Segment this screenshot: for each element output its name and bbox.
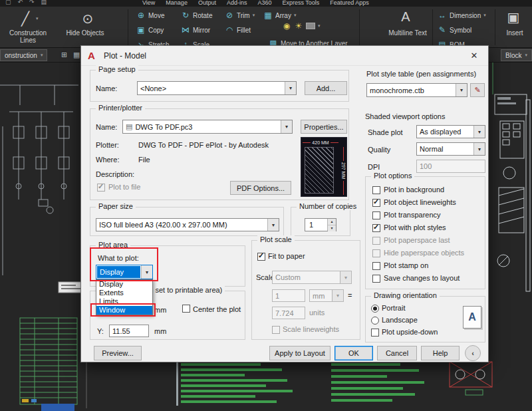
edit-plot-style-button[interactable]: ✎ bbox=[470, 83, 485, 97]
plot-transparency-checkbox[interactable] bbox=[372, 211, 380, 219]
dropdown-arrow-icon bbox=[332, 290, 343, 301]
copies-value[interactable]: 1 bbox=[305, 219, 327, 231]
spin-down-icon[interactable]: ▾ bbox=[328, 225, 336, 231]
help-button[interactable]: Help bbox=[421, 346, 460, 360]
dropdown-arrow-icon[interactable] bbox=[456, 84, 467, 96]
plot-style-combo[interactable]: monochrome.ctb bbox=[366, 83, 467, 97]
hide-paperspace-objects-checkbox[interactable] bbox=[372, 249, 380, 257]
ribbon-mirror-button[interactable]: ⋈ Mirror bbox=[181, 25, 210, 35]
plot-object-lineweights-checkbox[interactable] bbox=[372, 199, 380, 207]
insert-label[interactable]: Insert bbox=[500, 29, 529, 37]
menu-view[interactable]: View bbox=[142, 0, 155, 6]
ribbon-rotate-button[interactable]: ↻ Rotate bbox=[181, 11, 212, 20]
tool-icon-2[interactable]: ▦ bbox=[73, 51, 80, 59]
hide-objects-button[interactable]: ⊙ bbox=[80, 11, 96, 27]
ribbon-trim-button[interactable]: ⊘ Trim ▾ bbox=[225, 11, 255, 20]
layer-lights-group[interactable]: ◉ ☀ ▾ bbox=[282, 21, 321, 31]
new-icon[interactable]: ▢ bbox=[5, 0, 11, 5]
drawing-orientation-group: Drawing orientation Portrait Landscape P… bbox=[365, 296, 485, 342]
spin-up-icon[interactable]: ▴ bbox=[328, 219, 336, 225]
dropdown-arrow-icon[interactable] bbox=[473, 126, 485, 138]
preview-button[interactable]: Preview... bbox=[94, 346, 142, 360]
printer-group: Printer/plotter Name: ▤DWG To PDF.pc3 Pr… bbox=[90, 108, 349, 200]
copies-spin-buttons[interactable]: ▴ ▾ bbox=[327, 219, 336, 231]
panel-block[interactable]: Block ▾ bbox=[501, 49, 532, 61]
portrait-radio[interactable] bbox=[371, 305, 379, 313]
dropdown-option-limits[interactable]: Limits bbox=[96, 297, 152, 306]
plot-in-background-checkbox[interactable] bbox=[372, 186, 380, 194]
dialog-titlebar[interactable]: A Plot - Model ✕ bbox=[81, 46, 488, 66]
close-icon[interactable]: ✕ bbox=[466, 46, 483, 66]
dropdown-arrow-icon[interactable] bbox=[285, 82, 296, 94]
plot-upside-down-checkbox[interactable] bbox=[371, 329, 379, 337]
lightbulb-icon[interactable]: ◉ bbox=[282, 21, 291, 31]
panel-construction[interactable]: onstruction ▾ bbox=[0, 49, 47, 61]
what-to-plot-combo[interactable]: Display bbox=[96, 265, 153, 279]
page-setup-name-combo[interactable]: <None> bbox=[137, 81, 297, 95]
insert-button[interactable]: ▣ bbox=[505, 9, 521, 25]
less-options-chevron-button[interactable]: ‹ bbox=[465, 345, 481, 361]
menu-featured-apps[interactable]: Featured Apps bbox=[330, 0, 369, 6]
menu-output[interactable]: Output bbox=[198, 0, 216, 6]
undo-icon[interactable]: ↶ bbox=[18, 0, 23, 5]
print-icon[interactable]: ▤ bbox=[41, 0, 47, 5]
plot-with-plot-styles-checkbox[interactable] bbox=[372, 224, 380, 232]
color-swatch[interactable] bbox=[306, 23, 315, 29]
ok-button[interactable]: OK bbox=[334, 346, 373, 360]
landscape-radio[interactable] bbox=[371, 317, 379, 325]
plot-stamp-on-checkbox[interactable] bbox=[372, 262, 380, 270]
quality-combo[interactable]: Normal bbox=[416, 142, 485, 156]
apply-to-layout-button[interactable]: Apply to Layout bbox=[269, 346, 331, 360]
fit-to-paper-checkbox[interactable] bbox=[257, 253, 265, 261]
hide-objects-label[interactable]: Hide Objects bbox=[65, 29, 105, 37]
menu-express-tools[interactable]: Express Tools bbox=[282, 0, 319, 6]
mirror-icon: ⋈ bbox=[181, 25, 190, 35]
tool-icon-1[interactable]: ⊞ bbox=[61, 51, 67, 59]
dropdown-option-window[interactable]: Window bbox=[96, 306, 152, 315]
scale-unit-combo[interactable]: mm bbox=[309, 289, 344, 302]
scale-units-value-input[interactable]: 7.724 bbox=[272, 307, 305, 319]
cancel-button[interactable]: Cancel bbox=[377, 346, 417, 360]
multiline-text-label[interactable]: Multiline Text bbox=[386, 29, 430, 37]
plot-to-file-checkbox[interactable] bbox=[97, 184, 105, 192]
printer-name-combo[interactable]: ▤DWG To PDF.pc3 bbox=[122, 120, 293, 134]
offset-y-label: Y: bbox=[97, 327, 104, 335]
ribbon-array-button[interactable]: ▦ Array ▾ bbox=[263, 11, 296, 20]
offset-y-input[interactable]: 11.55 bbox=[109, 325, 149, 337]
scale-lineweights-checkbox[interactable] bbox=[272, 326, 280, 334]
dimension-button[interactable]: ↔ Dimension ▾ bbox=[438, 11, 486, 20]
ribbon-move-button[interactable]: ⊕ Move bbox=[136, 11, 164, 20]
paper-size-combo[interactable]: ISO full bleed A3 (420.00 x 297.00 MM) bbox=[96, 218, 279, 231]
dropdown-option-display[interactable]: Display bbox=[96, 280, 152, 289]
menu-manage[interactable]: Manage bbox=[166, 0, 188, 6]
properties-button[interactable]: Properties... bbox=[301, 120, 347, 134]
add-button[interactable]: Add... bbox=[305, 81, 347, 95]
plot-paperspace-last-checkbox[interactable] bbox=[372, 237, 380, 245]
dropdown-arrow-icon[interactable] bbox=[281, 120, 292, 133]
ribbon-fillet-button[interactable]: ◠ Fillet bbox=[225, 25, 251, 35]
multiline-text-button[interactable]: A bbox=[398, 9, 414, 25]
ribbon-copy-button[interactable]: ▣ Copy bbox=[136, 25, 164, 35]
shade-plot-combo[interactable]: As displayed bbox=[416, 125, 485, 138]
construction-lines-button[interactable]: ╱ ▾ bbox=[17, 11, 39, 27]
redo-icon[interactable]: ↷ bbox=[29, 0, 35, 5]
save-changes-to-layout-checkbox[interactable] bbox=[372, 275, 380, 283]
menu-addins[interactable]: Add-ins bbox=[227, 0, 247, 6]
menu-a360[interactable]: A360 bbox=[257, 0, 271, 6]
plot-area-group-label: Plot area bbox=[96, 241, 130, 249]
sun-icon[interactable]: ☀ bbox=[294, 21, 303, 31]
dropdown-arrow-icon[interactable] bbox=[267, 219, 279, 231]
dropdown-arrow-icon[interactable] bbox=[141, 265, 152, 279]
dpi-input[interactable]: 100 bbox=[416, 160, 485, 173]
pdf-options-button[interactable]: PDF Options... bbox=[230, 181, 291, 195]
plotter-value: DWG To PDF - PDF ePlot - by Autodesk bbox=[138, 141, 269, 149]
center-the-plot-checkbox[interactable] bbox=[182, 305, 190, 313]
dropdown-option-extents[interactable]: Extents bbox=[96, 289, 152, 297]
symbol-button[interactable]: ✎ Symbol bbox=[438, 25, 471, 35]
scale-unit-value-input[interactable]: 1 bbox=[272, 289, 305, 302]
trim-icon: ⊘ bbox=[225, 11, 234, 20]
construction-lines-label[interactable]: Construction Lines bbox=[3, 29, 53, 44]
scale-combo[interactable]: Custom bbox=[272, 271, 352, 284]
dropdown-arrow-icon[interactable] bbox=[473, 143, 485, 155]
copies-spinner[interactable]: 1 ▴ ▾ bbox=[305, 218, 336, 231]
